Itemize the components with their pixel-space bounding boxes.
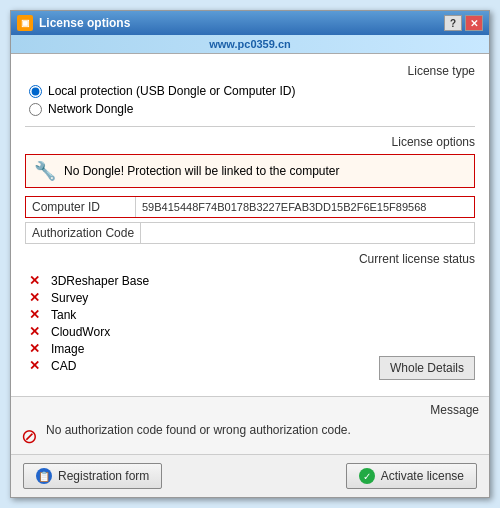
watermark-bar: www.pc0359.cn	[11, 35, 489, 54]
status-row-container: ✕ 3DReshaper Base ✕ Survey ✕ Tank ✕ Clou…	[25, 272, 475, 380]
auth-code-label: Authorization Code	[26, 223, 141, 243]
x-icon-2: ✕	[29, 307, 43, 322]
titlebar: ▣ License options ? ✕	[11, 11, 489, 35]
status-items: ✕ 3DReshaper Base ✕ Survey ✕ Tank ✕ Clou…	[25, 272, 153, 374]
status-item-1: ✕ Survey	[25, 289, 153, 306]
x-icon-4: ✕	[29, 341, 43, 356]
message-content: ⊘ No authorization code found or wrong a…	[21, 422, 479, 448]
license-type-group: Local protection (USB Dongle or Computer…	[25, 84, 475, 116]
titlebar-controls: ? ✕	[444, 15, 483, 31]
message-text: No authorization code found or wrong aut…	[46, 422, 351, 439]
help-button[interactable]: ?	[444, 15, 462, 31]
no-dongle-text: No Dongle! Protection will be linked to …	[64, 164, 339, 178]
x-icon-1: ✕	[29, 290, 43, 305]
license-type-label: License type	[25, 64, 475, 78]
registration-form-button[interactable]: 📋 Registration form	[23, 463, 162, 489]
main-content: License type Local protection (USB Dongl…	[11, 54, 489, 396]
window-title: License options	[39, 16, 130, 30]
app-icon: ▣	[17, 15, 33, 31]
titlebar-left: ▣ License options	[17, 15, 130, 31]
message-section: Message ⊘ No authorization code found or…	[11, 396, 489, 454]
status-item-label-5: CAD	[51, 359, 76, 373]
auth-code-input[interactable]	[141, 223, 474, 243]
license-options-section: License options 🔧 No Dongle! Protection …	[25, 135, 475, 244]
license-options-label: License options	[25, 135, 475, 149]
no-entry-icon: ⊘	[21, 424, 38, 448]
status-item-5: ✕ CAD	[25, 357, 153, 374]
divider-1	[25, 126, 475, 127]
status-item-label-1: Survey	[51, 291, 88, 305]
network-dongle-option[interactable]: Network Dongle	[29, 102, 475, 116]
status-item-label-2: Tank	[51, 308, 76, 322]
local-protection-radio[interactable]	[29, 85, 42, 98]
warning-icon: 🔧	[34, 160, 56, 182]
computer-id-label: Computer ID	[26, 197, 136, 217]
registration-icon: 📋	[36, 468, 52, 484]
status-item-label-4: Image	[51, 342, 84, 356]
message-label: Message	[21, 403, 479, 417]
local-protection-label: Local protection (USB Dongle or Computer…	[48, 84, 295, 98]
x-icon-3: ✕	[29, 324, 43, 339]
current-status-section: Current license status ✕ 3DReshaper Base…	[25, 252, 475, 380]
status-item-2: ✕ Tank	[25, 306, 153, 323]
status-item-0: ✕ 3DReshaper Base	[25, 272, 153, 289]
current-status-label: Current license status	[25, 252, 475, 266]
registration-btn-label: Registration form	[58, 469, 149, 483]
close-button[interactable]: ✕	[465, 15, 483, 31]
activate-btn-label: Activate license	[381, 469, 464, 483]
network-dongle-label: Network Dongle	[48, 102, 133, 116]
activate-icon: ✓	[359, 468, 375, 484]
footer: 📋 Registration form ✓ Activate license	[11, 454, 489, 497]
x-icon-5: ✕	[29, 358, 43, 373]
x-icon-0: ✕	[29, 273, 43, 288]
computer-id-value: 59B415448F74B0178B3227EFAB3DD15B2F6E15F8…	[136, 198, 474, 216]
status-item-label-3: CloudWorx	[51, 325, 110, 339]
local-protection-option[interactable]: Local protection (USB Dongle or Computer…	[29, 84, 475, 98]
watermark-text: www.pc0359.cn	[209, 38, 291, 50]
activate-license-button[interactable]: ✓ Activate license	[346, 463, 477, 489]
auth-code-row: Authorization Code	[25, 222, 475, 244]
license-options-window: ▣ License options ? ✕ www.pc0359.cn Lice…	[10, 10, 490, 498]
whole-details-button[interactable]: Whole Details	[379, 356, 475, 380]
status-item-4: ✕ Image	[25, 340, 153, 357]
no-dongle-box: 🔧 No Dongle! Protection will be linked t…	[25, 154, 475, 188]
network-dongle-radio[interactable]	[29, 103, 42, 116]
computer-id-row: Computer ID 59B415448F74B0178B3227EFAB3D…	[25, 196, 475, 218]
status-item-label-0: 3DReshaper Base	[51, 274, 149, 288]
status-item-3: ✕ CloudWorx	[25, 323, 153, 340]
